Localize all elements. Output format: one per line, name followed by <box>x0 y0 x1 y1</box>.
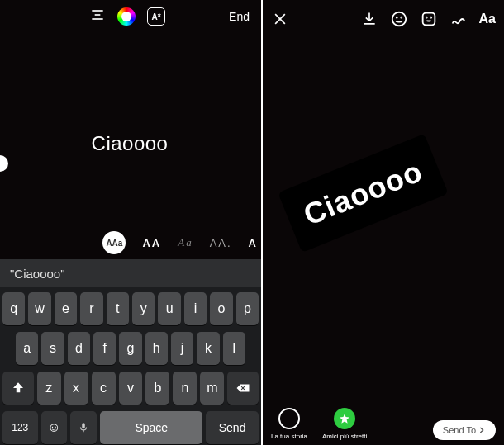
story-text-editor-screen: A* End Ciaoooo AAa AA Aa AA. A "Ciaoooo"… <box>0 0 263 445</box>
font-style-option[interactable]: Aa <box>178 236 193 249</box>
key-x[interactable]: x <box>64 372 88 405</box>
key-o[interactable]: o <box>210 292 232 325</box>
toolbar-right-group: Aa <box>360 10 496 28</box>
key-k[interactable]: k <box>197 332 219 365</box>
font-style-option[interactable]: AA. <box>210 237 232 249</box>
key-p[interactable]: p <box>236 292 259 325</box>
close-friends-option[interactable]: Amici più stretti <box>322 408 367 440</box>
preview-top-toolbar: Aa <box>263 0 504 38</box>
key-i[interactable]: i <box>184 292 207 325</box>
download-icon[interactable] <box>360 10 378 28</box>
key-e[interactable]: e <box>55 292 77 325</box>
suggestion-text[interactable]: "Ciaoooo" <box>10 267 65 281</box>
sticker-icon[interactable] <box>420 10 438 28</box>
send-to-label: Send To <box>443 425 476 435</box>
key-mic[interactable] <box>70 411 97 444</box>
story-text-sticker[interactable]: Ciaoooo <box>278 134 448 253</box>
svg-point-6 <box>396 17 397 18</box>
text-cursor <box>169 133 169 154</box>
effects-face-icon[interactable] <box>390 10 408 28</box>
key-t[interactable]: t <box>107 292 129 325</box>
font-style-selected[interactable]: AAa <box>102 231 126 254</box>
svg-point-7 <box>401 17 402 18</box>
audience-selector-group: La tua storia Amici più stretti <box>271 408 367 440</box>
key-row-2: a s d f g h j k l <box>2 332 259 365</box>
text-input-area[interactable]: Ciaoooo <box>0 132 261 155</box>
draw-icon[interactable] <box>449 10 468 28</box>
font-style-option[interactable]: AA <box>142 237 161 249</box>
key-z[interactable]: z <box>37 372 61 405</box>
key-y[interactable]: y <box>132 292 155 325</box>
keyboard-suggestion-bar[interactable]: "Ciaoooo" <box>0 259 261 287</box>
done-button[interactable]: End <box>229 10 250 23</box>
key-v[interactable]: v <box>119 372 143 405</box>
key-h[interactable]: h <box>145 332 168 365</box>
typed-text: Ciaoooo <box>92 132 169 155</box>
key-r[interactable]: r <box>80 292 102 325</box>
text-size-slider-knob[interactable] <box>0 155 8 172</box>
key-emoji[interactable]: ☺ <box>41 411 68 444</box>
key-s[interactable]: s <box>41 332 64 365</box>
effects-icon[interactable]: A* <box>147 7 165 26</box>
key-backspace[interactable] <box>227 372 259 405</box>
keyboard: q w e r t y u i o p a s d f g h j k l z <box>0 287 261 445</box>
key-shift[interactable] <box>2 372 34 405</box>
your-story-option[interactable]: La tua storia <box>271 408 307 440</box>
font-style-selector-row: AAa AA Aa AA. A <box>0 229 261 257</box>
key-send[interactable]: Send <box>206 411 259 444</box>
key-row-3: z x c v b n m <box>2 372 259 405</box>
key-g[interactable]: g <box>119 332 141 365</box>
key-n[interactable]: n <box>173 372 197 405</box>
key-space[interactable]: Space <box>100 411 202 444</box>
story-preview-screen: Aa Ciaoooo La tua storia Amici più stret… <box>263 0 504 445</box>
color-picker-icon[interactable] <box>117 7 136 26</box>
key-d[interactable]: d <box>68 332 90 365</box>
key-l[interactable]: l <box>223 332 245 365</box>
preview-bottom-bar: La tua storia Amici più stretti Send To <box>263 408 504 440</box>
close-friends-star-icon <box>334 408 355 429</box>
align-icon[interactable] <box>89 7 106 26</box>
toolbar-left-group: A* <box>89 7 165 26</box>
key-numbers[interactable]: 123 <box>2 411 38 444</box>
key-row-1: q w e r t y u i o p <box>2 292 259 325</box>
close-friends-label: Amici più stretti <box>322 433 367 440</box>
your-story-avatar-icon <box>278 408 300 429</box>
your-story-label: La tua storia <box>271 433 307 440</box>
svg-point-5 <box>392 12 406 26</box>
text-tool-button[interactable]: Aa <box>479 12 496 26</box>
editor-top-toolbar: A* End <box>0 0 261 33</box>
key-a[interactable]: a <box>16 332 38 365</box>
key-c[interactable]: c <box>92 372 116 405</box>
key-j[interactable]: j <box>171 332 193 365</box>
key-row-4: 123 ☺ Space Send <box>2 411 259 444</box>
key-b[interactable]: b <box>145 372 169 405</box>
key-q[interactable]: q <box>2 292 25 325</box>
key-w[interactable]: w <box>28 292 50 325</box>
key-u[interactable]: u <box>158 292 180 325</box>
send-to-button[interactable]: Send To <box>433 420 496 440</box>
key-m[interactable]: m <box>200 372 224 405</box>
svg-point-9 <box>426 17 426 18</box>
svg-point-10 <box>430 17 431 18</box>
font-style-option[interactable]: A <box>249 237 258 249</box>
svg-rect-8 <box>422 13 435 26</box>
close-icon[interactable] <box>271 10 289 28</box>
key-f[interactable]: f <box>93 332 116 365</box>
